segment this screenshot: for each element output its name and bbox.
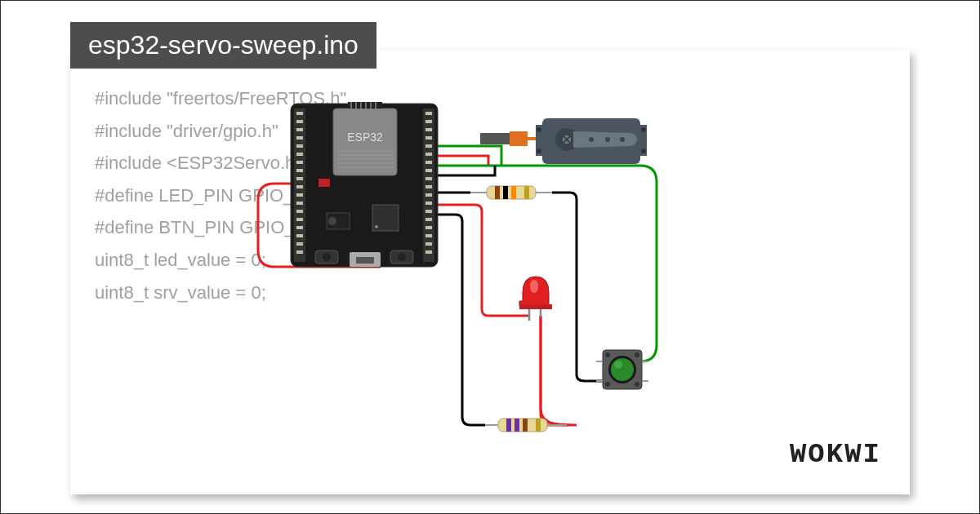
content-card: #include "freertos/FreeRTOS.h" #include …: [70, 50, 910, 494]
svg-point-60: [323, 253, 331, 261]
svg-rect-3: [296, 112, 303, 115]
svg-rect-8: [296, 153, 303, 156]
svg-rect-25: [425, 144, 432, 148]
led-red: [519, 277, 552, 321]
svg-rect-64: [510, 131, 528, 146]
svg-rect-37: [425, 242, 432, 246]
svg-point-72: [641, 148, 646, 153]
svg-rect-31: [425, 193, 432, 197]
svg-rect-36: [425, 234, 432, 237]
svg-point-101: [605, 382, 610, 387]
svg-rect-27: [425, 161, 432, 164]
resistor-bottom: [485, 419, 567, 432]
svg-rect-96: [536, 419, 541, 432]
svg-rect-24: [425, 136, 432, 140]
svg-rect-15: [296, 210, 303, 213]
svg-rect-4: [296, 120, 303, 123]
svg-point-105: [614, 361, 622, 369]
esp32-board: ESP32: [291, 102, 438, 267]
resistor-top: [470, 186, 552, 199]
svg-rect-13: [296, 193, 303, 197]
svg-point-62: [398, 253, 406, 261]
svg-point-70: [537, 148, 541, 153]
svg-rect-83: [503, 186, 508, 199]
svg-rect-20: [296, 250, 303, 254]
svg-rect-16: [296, 218, 303, 221]
svg-point-77: [589, 137, 594, 142]
svg-rect-30: [425, 185, 432, 188]
svg-rect-40: [348, 102, 382, 109]
svg-rect-38: [425, 250, 432, 254]
svg-rect-58: [356, 257, 374, 264]
svg-rect-33: [425, 210, 432, 213]
svg-point-104: [611, 358, 634, 381]
svg-rect-23: [425, 128, 432, 131]
svg-rect-7: [296, 144, 303, 148]
svg-point-79: [620, 137, 625, 142]
svg-rect-17: [296, 226, 303, 229]
svg-rect-12: [296, 185, 303, 188]
svg-rect-85: [524, 186, 529, 199]
svg-point-69: [537, 127, 541, 132]
svg-point-78: [605, 137, 610, 142]
svg-rect-93: [506, 419, 511, 432]
svg-rect-34: [425, 218, 432, 221]
svg-rect-9: [296, 161, 303, 164]
svg-rect-35: [425, 226, 432, 229]
push-button: [596, 350, 648, 389]
svg-rect-26: [425, 153, 432, 156]
svg-rect-52: [318, 179, 330, 187]
svg-rect-21: [425, 112, 432, 115]
svg-rect-95: [523, 419, 528, 432]
svg-point-54: [375, 225, 378, 228]
svg-rect-29: [425, 177, 432, 180]
svg-rect-63: [480, 133, 510, 144]
svg-rect-10: [296, 169, 303, 172]
svg-rect-32: [425, 202, 432, 205]
svg-point-56: [328, 217, 336, 225]
svg-point-71: [641, 127, 646, 132]
title-bar: esp32-servo-sweep.ino: [70, 22, 376, 69]
svg-rect-19: [296, 242, 303, 246]
svg-point-99: [605, 352, 610, 357]
circuit-diagram: ESP32: [250, 91, 822, 450]
svg-rect-5: [296, 128, 303, 131]
svg-rect-11: [296, 177, 303, 180]
servo-motor: [480, 118, 647, 164]
svg-rect-14: [296, 202, 303, 205]
svg-rect-94: [514, 419, 519, 432]
svg-rect-28: [425, 169, 432, 172]
preview-frame: esp32-servo-sweep.ino #include "freertos…: [0, 0, 980, 514]
svg-rect-84: [511, 186, 516, 199]
svg-point-87: [530, 280, 538, 293]
svg-rect-6: [296, 136, 303, 140]
title-text: esp32-servo-sweep.ino: [88, 30, 359, 60]
svg-rect-22: [425, 120, 432, 123]
svg-rect-18: [296, 234, 303, 237]
svg-rect-88: [519, 304, 552, 309]
board-label: ESP32: [347, 131, 383, 144]
svg-rect-82: [495, 186, 500, 199]
svg-point-100: [635, 352, 639, 357]
svg-point-102: [635, 382, 639, 387]
